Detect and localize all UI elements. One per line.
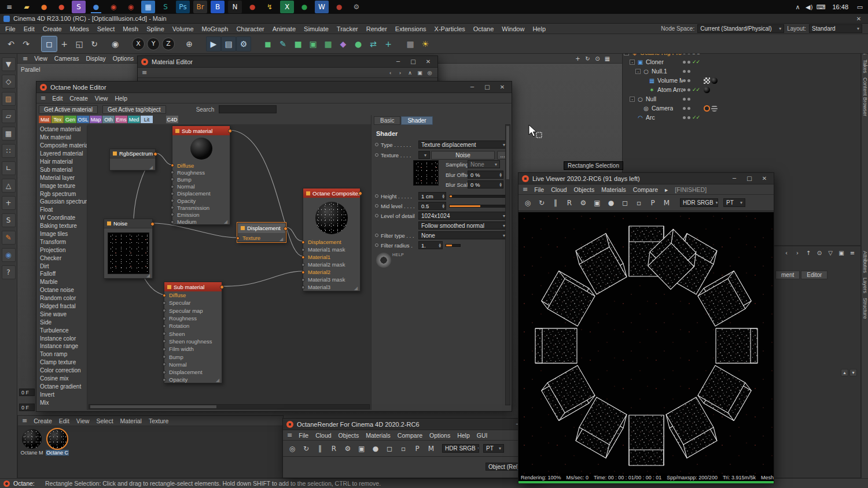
viewport-menu-item[interactable]: View (31, 54, 51, 62)
input-port-dot[interactable] (171, 164, 174, 167)
object-mode-select[interactable]: Object (Rel)▾ (486, 463, 521, 471)
node-port[interactable]: Sheen (164, 330, 222, 337)
object-row[interactable]: Arc (623, 113, 860, 122)
kernel-select[interactable]: PT▾ (483, 444, 504, 453)
node-port[interactable]: Roughness (164, 315, 222, 322)
camera-icon[interactable]: M (660, 197, 674, 209)
node-editor-menu-icon[interactable]: ≡ (38, 94, 49, 102)
input-port-dot[interactable] (163, 355, 166, 358)
volume-icon[interactable]: ◀) (803, 1, 815, 13)
app-dark-icon[interactable]: N (228, 1, 242, 13)
live-viewer-menu-item[interactable]: Materials (598, 186, 630, 194)
input-port-dot[interactable] (236, 236, 240, 240)
node-port[interactable]: Material3 (303, 283, 360, 291)
live-viewer-menu-item[interactable]: Objects (571, 186, 598, 194)
node-type-item[interactable]: Projection (38, 246, 87, 254)
menu-item[interactable]: Modes (66, 25, 93, 33)
toggle-views-icon[interactable]: ▦ (603, 54, 612, 63)
node-port[interactable]: Material1 (303, 253, 360, 261)
clock[interactable]: 16:48 (829, 3, 852, 10)
input-port-dot[interactable] (163, 317, 166, 320)
input-port-dot[interactable] (171, 220, 174, 224)
node-type-item[interactable]: Falloff (38, 270, 87, 278)
input-port-dot[interactable] (171, 178, 174, 181)
focus-picker-icon[interactable]: ◻ (618, 197, 632, 209)
object-row[interactable]: - Null.1 (623, 66, 860, 76)
visibility-dots[interactable] (683, 61, 692, 64)
start-menu-icon[interactable]: ≡ (2, 1, 16, 13)
node-type-item[interactable]: Octane noise (38, 286, 87, 294)
tag-icon[interactable] (704, 87, 710, 93)
node-port[interactable]: Roughness (172, 169, 230, 176)
menu-item[interactable]: Mesh (119, 25, 142, 33)
render-settings-icon[interactable]: ⚙ (576, 197, 590, 209)
node-type-item[interactable]: Turbulence (38, 326, 87, 334)
subdivision-surface-icon[interactable]: ◼ (260, 36, 275, 51)
blur-offset-input[interactable]: 0 %▲▼ (468, 171, 503, 179)
maximize-icon[interactable]: □ (407, 58, 419, 65)
attribute-tab[interactable]: Editor (801, 271, 827, 279)
colorspace-select[interactable]: HDR SRGB▾ (680, 198, 718, 207)
live-viewer-menu-item[interactable]: File (531, 186, 547, 194)
viewport-menu-item[interactable]: Cameras (51, 54, 83, 62)
node-sub-material-2[interactable]: Sub material Diffuse Specular Specular m… (164, 282, 222, 383)
cinema4d-taskbar-icon[interactable]: ● (89, 1, 103, 13)
octane-render-menu-item[interactable]: Cloud (312, 431, 334, 439)
material-tile[interactable]: Octane C (46, 429, 69, 456)
behance-icon[interactable]: B (211, 1, 225, 13)
node-type-item[interactable]: Random color (38, 294, 87, 302)
uv-mode-icon[interactable]: ▦ (2, 127, 16, 141)
input-port-dot[interactable] (301, 263, 305, 267)
node-header[interactable]: Octane Composite1 (303, 188, 360, 198)
spline-pen-icon[interactable]: ✎ (275, 36, 290, 51)
mid-level-slider[interactable] (449, 205, 508, 208)
node-port[interactable]: Rotation (164, 322, 222, 330)
bridge-icon[interactable]: Br (193, 1, 207, 13)
y-axis-lock[interactable]: Y (147, 38, 160, 50)
graph-hscrollbar[interactable] (89, 404, 370, 409)
object-row[interactable]: Atom Array (623, 85, 860, 94)
node-editor-menu-item[interactable]: View (91, 94, 112, 102)
live-selection-tool[interactable]: ◻ (42, 36, 57, 51)
menu-item[interactable]: Tracker (333, 25, 362, 33)
file-explorer-icon[interactable]: ▰ (20, 1, 34, 13)
menu-item[interactable]: Create (39, 25, 66, 33)
input-port-dot[interactable] (163, 324, 166, 328)
node-type-item[interactable]: Sine wave (38, 310, 87, 318)
notifications-icon[interactable]: ▭ (854, 1, 866, 13)
tag-icon[interactable] (711, 77, 718, 84)
passes-icon[interactable]: P (410, 442, 424, 455)
node-port[interactable]: Bump (164, 353, 222, 360)
category-tab[interactable]: Lit (141, 116, 153, 123)
substance-icon[interactable]: S (72, 1, 86, 13)
filter-radius-input[interactable]: 1.▲▼ (418, 241, 443, 249)
expand-toggle-icon[interactable]: - (630, 60, 635, 65)
expand-toggle-icon[interactable]: - (630, 97, 635, 102)
material-picker-icon[interactable]: ● (369, 442, 382, 455)
colorspace-select[interactable]: HDR SRGB▾ (442, 444, 479, 453)
lock-resolution-icon[interactable]: ▣ (590, 197, 604, 209)
menu-item[interactable]: Window (498, 25, 528, 33)
octane-render-menu-item[interactable]: Help (454, 431, 473, 439)
field-icon[interactable]: ● (351, 36, 366, 51)
node-type-item[interactable]: Image tiles (38, 230, 87, 238)
menu-item[interactable]: Animate (269, 25, 300, 33)
category-tab[interactable]: Ems (115, 116, 127, 123)
mode-icon[interactable]: ≡ (848, 248, 857, 257)
menu-arrow-icon[interactable]: ▸ (661, 186, 671, 194)
node-type-item[interactable]: Clamp texture (38, 358, 87, 367)
octane-render-menu-item[interactable]: Objects (335, 431, 363, 439)
input-port-dot[interactable] (163, 294, 166, 297)
anim-dot[interactable] (375, 153, 378, 157)
input-port-dot[interactable] (163, 332, 166, 335)
node-header[interactable]: Sub material (164, 282, 222, 291)
minimize-icon[interactable]: ─ (466, 84, 478, 90)
back-icon[interactable]: ‹ (386, 68, 395, 77)
side-tab[interactable]: Attributes (862, 249, 868, 275)
last-used-tool[interactable]: ◉ (108, 36, 123, 51)
workplane-mode-icon[interactable]: ▱ (2, 109, 16, 123)
lock-icon[interactable]: ▣ (837, 248, 846, 257)
node-type-item[interactable]: Gaussian spectrum (38, 198, 87, 206)
character-icon[interactable]: + (381, 36, 396, 51)
sculpt-pencil-icon[interactable]: ✎ (2, 231, 16, 245)
